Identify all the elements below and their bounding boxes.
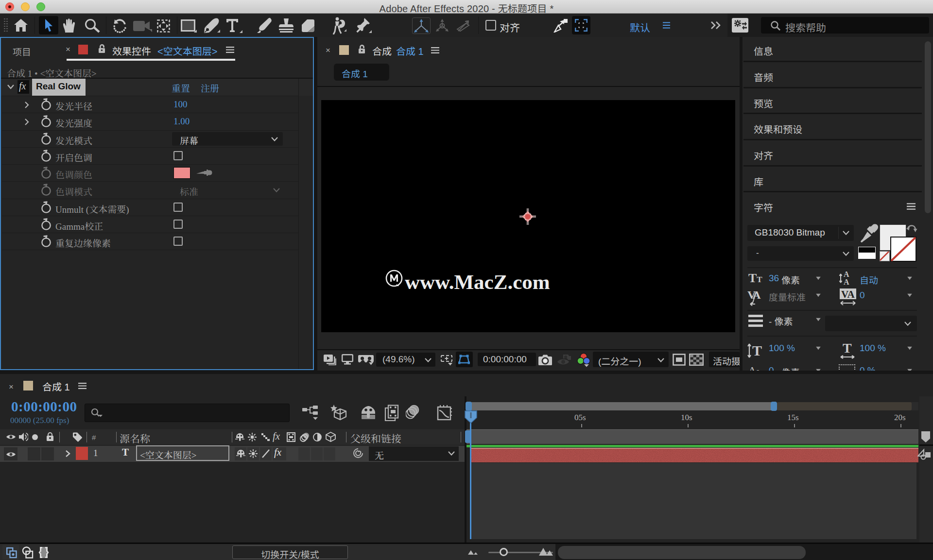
svg-text:T: T (843, 341, 852, 356)
svg-text:A: A (844, 278, 849, 286)
svg-text:A: A (844, 270, 849, 278)
svg-text:T: T (752, 342, 762, 358)
